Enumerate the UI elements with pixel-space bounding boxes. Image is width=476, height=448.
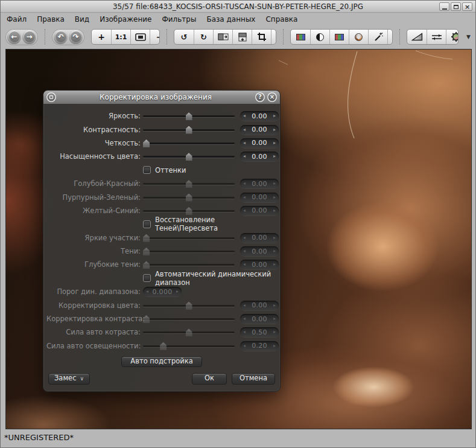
gradient-button[interactable] [407,30,427,44]
slider-track[interactable] [143,193,235,202]
slider-thumb[interactable] [186,153,192,161]
slider-track[interactable] [143,206,235,215]
menu-item-file[interactable]: Файл [7,15,27,24]
spinner-increment-icon[interactable]: ▸ [273,195,276,200]
slider-track[interactable] [143,301,235,310]
maximize-button[interactable] [451,2,461,11]
rotate-group: ↶ ↷ [52,29,84,45]
close-button[interactable]: × [462,2,472,11]
dialog-title: Корректировка изображения [59,93,253,101]
slider-row-highlights: Яркие участки: ◂ 0.00 ▸ [43,231,280,245]
dialog-pin-button[interactable] [46,92,56,102]
slider-track[interactable] [143,234,235,242]
slider-track[interactable] [143,179,235,188]
slider-thumb[interactable] [143,248,150,255]
spinner-increment-icon[interactable]: ▸ [273,235,276,240]
slider-row-sharpness: Четкость: ◂ 0.00 ▸ [43,136,280,150]
slider-thumb[interactable] [160,342,167,350]
spinner-increment-icon[interactable]: ▸ [273,208,276,213]
slider-track[interactable] [143,315,235,323]
spinner-increment-icon[interactable]: ▸ [273,303,276,308]
slider-label: Глубокие тени: [46,260,141,269]
next-button[interactable]: → [22,30,36,44]
titlebar[interactable]: 35/57 file:68433_KOCSIS-ORSI-TUSCAN-SUN-… [1,1,475,13]
value-spinner: ◂ 0.00 ▸ [240,301,279,310]
slider-track[interactable] [143,112,235,120]
spinner-value: 0.00 [246,206,273,214]
spinner-increment-icon[interactable]: ▸ [273,114,276,118]
spinner-increment-icon[interactable]: ▸ [273,330,276,334]
dialog-help-button[interactable]: ? [255,92,265,102]
slider-label: Пурпурный-Зеленый: [46,193,141,202]
slider-thumb[interactable] [186,112,192,120]
slider-track[interactable] [143,342,235,350]
free-rotate-left-button[interactable]: ↺ [174,30,194,44]
auto-adjust-button-toolbar[interactable] [368,30,387,44]
slider-thumb[interactable] [143,234,150,242]
slider-thumb[interactable] [143,139,150,147]
hue-button[interactable] [349,30,368,44]
slider-thumb[interactable] [186,302,192,310]
preset-button[interactable]: Замес ∨ [48,373,90,385]
zoom-out-button[interactable]: − [150,30,160,44]
menu-item-filters[interactable]: Фильтры [162,15,196,24]
checkbox[interactable] [143,274,151,282]
flip-vertical-button[interactable] [232,30,252,44]
menu-item-edit[interactable]: Правка [37,15,65,24]
spinner-increment-icon[interactable]: ▸ [273,141,276,146]
checkbox[interactable] [143,166,151,174]
slider-thumb[interactable] [143,315,150,323]
slider-thumb[interactable] [186,180,192,188]
slider-thumb[interactable] [186,126,192,134]
slider-track[interactable] [143,126,235,134]
dialog-titlebar[interactable]: Корректировка изображения ? × [43,91,280,104]
rotate-right-button[interactable]: ↷ [69,30,83,44]
spinner-increment-icon[interactable]: ▸ [273,154,276,159]
slider-thumb[interactable] [186,207,192,215]
menu-item-view[interactable]: Вид [75,15,89,24]
spinner-increment-icon[interactable]: ▸ [273,249,276,254]
dropdown-arrow-icon[interactable]: ▼ [466,34,471,40]
fit-window-button[interactable] [130,30,150,44]
red-eye-button[interactable] [271,30,276,44]
minimize-button[interactable] [439,2,449,11]
slider-track[interactable] [143,152,235,161]
spinner-increment-icon[interactable]: ▸ [273,127,276,132]
window-title: 35/57 file:68433_KOCSIS-ORSI-TUSCAN-SUN-… [113,2,363,11]
slider-track[interactable] [143,260,235,269]
slider-track[interactable] [143,328,235,336]
contrast-button[interactable] [310,30,329,44]
menu-item-database[interactable]: База данных [206,15,255,24]
spinner-increment-icon[interactable]: ▸ [273,316,276,321]
spinner-increment-icon[interactable]: ▸ [273,344,276,348]
auto-adjust-button[interactable]: Авто подстройка [121,356,202,367]
crop-button[interactable] [252,30,271,44]
menu-item-help[interactable]: Справка [265,15,297,24]
menu-item-image[interactable]: Изображение [100,15,151,24]
noise-button[interactable] [387,30,393,44]
zoom-in-button[interactable]: + [92,30,111,44]
levels-button[interactable] [427,30,446,44]
slider-track[interactable] [143,247,235,255]
rotate-left-button[interactable]: ↶ [54,30,68,44]
color-balance-button[interactable] [329,30,349,44]
flip-horizontal-button[interactable] [213,30,232,44]
spinner-increment-icon[interactable]: ▸ [273,262,276,267]
slider-thumb[interactable] [143,261,150,269]
dialog-close-button[interactable]: × [267,92,277,102]
ok-button[interactable]: Ок [192,373,227,385]
checkbox[interactable] [143,220,151,228]
slider-thumb[interactable] [186,194,192,202]
color-settings-button[interactable] [446,30,459,44]
actual-size-button[interactable]: 1:1 [111,30,130,44]
slider-track[interactable] [143,139,235,147]
free-rotate-right-button[interactable]: ↻ [194,30,213,44]
cancel-button[interactable]: Отмена [232,373,275,385]
spinner-increment-icon[interactable]: ▸ [273,181,276,186]
spinner-value: 0.20 [246,342,273,350]
slider-row-auto-contrast-strength: Сила авто котраста: ◂ 0.50 ▸ [43,325,280,339]
spinner-increment-icon[interactable]: ▸ [176,289,179,294]
rgb-adjust-button[interactable] [291,30,310,44]
previous-button[interactable]: ← [7,30,21,44]
slider-thumb[interactable] [186,328,192,336]
